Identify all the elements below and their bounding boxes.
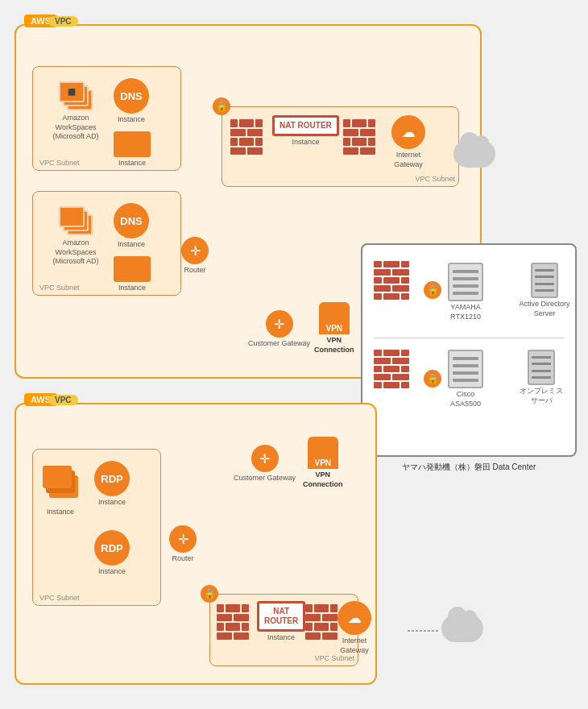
yamaha-label: YAMAHARTX1210 (450, 303, 481, 321)
nat-text-top: NAT ROUTER (280, 121, 332, 131)
instance-label-1a: Instance (118, 159, 146, 168)
vpn-bag-bottom: VPN (308, 437, 338, 469)
nat-subnet-top: 🔒 NAT ROUTER Instance (222, 106, 459, 187)
onprem-server: オンプレミスサーバ (517, 350, 565, 405)
instance-stack: Instance (43, 466, 78, 517)
top-router-icon: ✛ (181, 237, 209, 264)
bottom-router-label: Router (172, 554, 193, 564)
top-router-label: Router (184, 266, 205, 276)
vpc-top-label: VPC (48, 16, 78, 27)
bottom-router-icon: ✛ (169, 525, 197, 553)
bottom-subnet-1: Instance RDP Instance RDP Instance VPC S… (32, 449, 161, 606)
cloud-top-icon (453, 140, 495, 168)
igw-icon-bottom: ☁ (337, 601, 371, 635)
igw-top: ☁ InternetGateway (391, 115, 425, 169)
workspace-icon-2: AmazonWorkSpaces(Microsoft AD) (48, 206, 104, 267)
workspace-icon-1: ⬛ AmazonWorkSpaces(Microsoft AD) (48, 81, 104, 142)
firewall-left-bottom (217, 604, 249, 640)
rdp-instance-1: Instance (98, 498, 126, 508)
nat-text-bottom: NATROUTER (264, 607, 298, 626)
dns-icon-2: DNS Instance (114, 203, 149, 250)
instance-icon-1a: Instance (114, 131, 151, 168)
cloud-bottom-icon (441, 615, 483, 642)
lock-cisco: 🔒 (424, 370, 441, 388)
dc-label: ヤマハ発動機（株）磐田 Data Center (362, 462, 575, 473)
cgw-top-label: Customer Gateway (248, 339, 310, 349)
nat-subnet-bottom-label: VPC Subnet (314, 654, 354, 662)
subnet1-label: VPC Subnet (39, 159, 80, 167)
vpn-top-label: VPNConnection (314, 336, 354, 354)
dns-instance-1: Instance (118, 115, 145, 125)
bottom-router: ✛ Router (169, 525, 197, 564)
top-router: ✛ Router (181, 237, 209, 276)
lock-icon-top: 🔒 (213, 97, 230, 115)
vpn-bottom-label: VPNConnection (303, 471, 343, 489)
cgw-top: ✛ Customer Gateway (248, 310, 310, 349)
subnet2-label: VPC Subnet (39, 284, 80, 292)
cgw-bottom: ✛ Customer Gateway (234, 445, 296, 483)
vpn-bottom: VPN VPNConnection (303, 437, 343, 489)
dc-firewall-2 (374, 350, 409, 388)
firewall-right-top (343, 119, 375, 155)
instance-stack-label: Instance (47, 508, 74, 517)
ad-label: Active DirectoryServer (517, 300, 572, 318)
aws-bottom-box: AWS VPC Instance RDP Instance RDP Instan… (14, 403, 377, 685)
vpc-bottom-label: VPC (48, 395, 78, 405)
workspace-label-1: AmazonWorkSpaces(Microsoft AD) (48, 114, 104, 142)
top-subnet-1: ⬛ AmazonWorkSpaces(Microsoft AD) DNS Ins… (32, 66, 181, 171)
dns-badge-1: DNS (114, 78, 149, 114)
dc-box: 🔒 YAMAHARTX1210 Active DirectoryServer (361, 243, 577, 457)
nat-subnet-bottom: 🔒 NATROUTER Instance (209, 594, 358, 666)
instance-icon-2a: Instance (114, 256, 151, 293)
cloud-bottom (441, 615, 483, 642)
instance-label-2a: Instance (118, 284, 146, 293)
vpn-bag-top: VPN (319, 302, 350, 334)
cgw-bottom-label: Customer Gateway (234, 474, 296, 483)
dns-icon-1: DNS Instance (114, 78, 149, 125)
firewall-right-bottom (305, 604, 337, 640)
igw-label-bottom: InternetGateway (340, 636, 369, 655)
workspace-label-2: AmazonWorkSpaces(Microsoft AD) (48, 238, 104, 267)
rdp-icon-2: RDP Instance (94, 530, 130, 577)
igw-label-top: InternetGateway (394, 151, 423, 169)
nat-router-bottom: NATROUTER Instance (257, 601, 305, 643)
lock-icon-bottom: 🔒 (201, 585, 218, 603)
nat-instance-bottom: Instance (267, 633, 295, 643)
nat-subnet-top-label: VPC Subnet (415, 175, 455, 183)
ad-server: Active DirectoryServer (517, 263, 572, 318)
top-subnet-2: AmazonWorkSpaces(Microsoft AD) DNS Insta… (32, 191, 181, 296)
igw-icon-top: ☁ (391, 115, 425, 149)
dns-instance-2: Instance (118, 240, 145, 250)
yamaha-rtx: YAMAHARTX1210 (448, 263, 483, 321)
nat-router-top: NAT ROUTER Instance (272, 115, 339, 147)
cgw-bottom-icon: ✛ (251, 445, 279, 472)
cisco-label: CiscoASA5500 (450, 390, 481, 408)
firewall-left-top (230, 119, 263, 155)
igw-bottom: ☁ InternetGateway (337, 601, 371, 655)
cgw-top-icon: ✛ (266, 310, 293, 338)
cloud-top (453, 140, 495, 168)
onprem-label: オンプレミスサーバ (517, 387, 565, 405)
nat-instance-top: Instance (292, 138, 319, 147)
bottom-subnet-label: VPC Subnet (39, 594, 80, 602)
vpn-top: VPN VPNConnection (314, 302, 354, 354)
cisco-asa: CiscoASA5500 (448, 350, 483, 408)
rdp-instance-2: Instance (98, 567, 126, 577)
rdp-icon-1: RDP Instance (94, 461, 130, 508)
lock-yamaha: 🔒 (424, 281, 441, 299)
dc-firewall-1 (374, 261, 409, 300)
